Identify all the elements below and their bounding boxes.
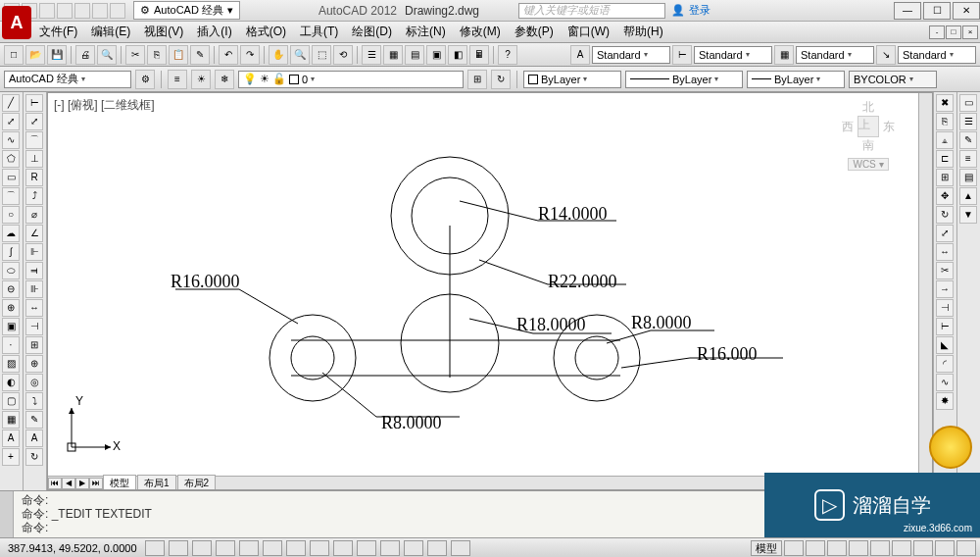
undo-icon[interactable] [92, 3, 108, 19]
region-tool[interactable]: ▢ [2, 392, 20, 410]
menu-file[interactable]: 文件(F) [33, 22, 83, 42]
erase-tool[interactable]: ✖ [936, 94, 954, 112]
tab-layout1[interactable]: 布局1 [137, 475, 176, 491]
undo-button[interactable]: ↶ [219, 45, 238, 65]
break-tool[interactable]: ⊣ [936, 299, 954, 317]
close-button[interactable]: ✕ [953, 2, 980, 20]
dyn-toggle[interactable] [333, 540, 353, 556]
zoom-window-button[interactable]: ⬚ [312, 45, 331, 65]
vertical-scrollbar[interactable] [918, 93, 932, 476]
viewport-label[interactable]: [-] [俯视] [二维线框] [54, 97, 155, 114]
redo-icon[interactable] [110, 3, 125, 19]
block-tool[interactable]: ▣ [2, 318, 20, 335]
scale-tool[interactable]: ⤢ [936, 225, 954, 242]
ellipse-tool[interactable]: ⬭ [2, 262, 20, 279]
polar-toggle[interactable] [216, 540, 235, 556]
dim-linear-tool[interactable]: ⊢ [25, 94, 43, 112]
copy-button[interactable]: ⎘ [147, 45, 167, 65]
rect-tool[interactable]: ▭ [2, 169, 20, 186]
isolate-objects[interactable] [935, 540, 955, 556]
quick-view-drawings[interactable] [806, 540, 825, 556]
qp-toggle[interactable] [404, 540, 423, 556]
workspace-combo[interactable]: AutoCAD 经典▾ [4, 71, 131, 88]
menu-edit[interactable]: 编辑(E) [85, 22, 136, 42]
text-style-button[interactable]: A [570, 45, 590, 65]
tolerance-tool[interactable]: ⊞ [25, 336, 43, 354]
dim-break-tool[interactable]: ⊣ [25, 318, 43, 335]
menu-draw[interactable]: 绘图(D) [346, 22, 398, 42]
dim-angular-tool[interactable]: ∠ [25, 225, 43, 242]
model-paper-toggle[interactable]: 模型 [751, 540, 782, 556]
lwt-toggle[interactable] [357, 540, 376, 556]
dim-arc-tool[interactable]: ⌒ [25, 131, 43, 149]
menu-param[interactable]: 参数(P) [509, 22, 560, 42]
toolpalettes-button[interactable]: ▤ [405, 45, 424, 65]
doc-minimize-button[interactable]: - [929, 25, 945, 39]
cut-button[interactable]: ✂ [125, 45, 145, 65]
dim-continue-tool[interactable]: ⊪ [25, 280, 43, 298]
bylayer-tool[interactable]: ▤ [959, 169, 977, 186]
view-cube[interactable]: 北 西 上 东 南 WCS ▾ [834, 99, 903, 177]
command-input[interactable] [52, 521, 346, 534]
dim-style-button[interactable]: ⊢ [672, 45, 692, 65]
clean-screen[interactable] [956, 540, 976, 556]
ortho-toggle[interactable] [192, 540, 212, 556]
mtext-tool[interactable]: A [2, 430, 20, 447]
dim-baseline-tool[interactable]: ⫤ [25, 262, 43, 279]
match-tool[interactable]: ✎ [959, 131, 977, 149]
layer-dropdown[interactable]: 💡 ☀ 🔓 0 ▾ [238, 71, 464, 88]
saveas-icon[interactable] [57, 3, 73, 19]
addsel-tool[interactable]: + [2, 448, 20, 466]
extend-tool[interactable]: → [936, 280, 954, 298]
viewcube-south[interactable]: 南 [862, 137, 874, 154]
ducs-toggle[interactable] [310, 540, 329, 556]
dim-diameter-tool[interactable]: ⌀ [25, 206, 43, 224]
save-icon[interactable] [39, 3, 55, 19]
chamfer-tool[interactable]: ◣ [936, 336, 954, 354]
am-toggle[interactable] [451, 540, 470, 556]
new-button[interactable]: □ [4, 45, 24, 65]
minimize-button[interactable]: — [894, 2, 921, 20]
drawing-canvas[interactable]: [-] [俯视] [二维线框] [47, 92, 933, 490]
open-button[interactable]: 📂 [25, 45, 45, 65]
menu-help[interactable]: 帮助(H) [617, 22, 669, 42]
copy-tool[interactable]: ⎘ [936, 113, 954, 130]
lineweight-dropdown[interactable]: ByLayer▾ [747, 71, 845, 88]
properties-tool[interactable]: ☰ [959, 113, 977, 130]
offset-tool[interactable]: ⊏ [936, 150, 954, 168]
rotate-tool[interactable]: ↻ [936, 206, 954, 224]
arc-tool[interactable]: ⌒ [2, 187, 20, 205]
linetype-dropdown[interactable]: ByLayer▾ [625, 71, 743, 88]
grid-toggle[interactable] [169, 540, 188, 556]
tab-first-button[interactable]: ⏮ [48, 478, 62, 489]
viewcube-top-face[interactable]: 上 [858, 116, 879, 137]
layer-prop-button[interactable]: ≡ [168, 70, 187, 89]
dim-space-tool[interactable]: ↔ [25, 299, 43, 317]
select-tool[interactable]: ▭ [959, 94, 977, 112]
dim-jog-tool[interactable]: ⤵ [25, 392, 43, 410]
dim-update-tool[interactable]: ↻ [25, 448, 43, 466]
mirror-tool[interactable]: ⟁ [936, 131, 954, 149]
tab-layout2[interactable]: 布局2 [177, 475, 217, 491]
preview-button[interactable]: 🔍 [97, 45, 117, 65]
back-tool[interactable]: ▼ [959, 206, 977, 224]
pline-tool[interactable]: ∿ [2, 131, 20, 149]
dim-tedit-tool[interactable]: A [25, 430, 43, 447]
text-style-dropdown[interactable]: Standard▾ [592, 46, 670, 64]
gradient-tool[interactable]: ◐ [2, 374, 20, 391]
viewcube-west[interactable]: 西 [842, 119, 854, 135]
viewcube-east[interactable]: 东 [883, 119, 895, 135]
redo-button[interactable]: ↷ [240, 45, 260, 65]
workspace-dropdown[interactable]: ⚙ AutoCAD 经典 ▾ [133, 1, 240, 20]
trim-tool[interactable]: ✂ [936, 262, 954, 279]
designcenter-button[interactable]: ▦ [383, 45, 403, 65]
polygon-tool[interactable]: ⬠ [2, 150, 20, 168]
mleader-style-button[interactable]: ↘ [876, 45, 896, 65]
login-link[interactable]: 登录 [689, 3, 710, 18]
layer-match-button[interactable]: ⊞ [467, 70, 487, 89]
quick-view-layouts[interactable] [784, 540, 804, 556]
zoom-button[interactable]: 🔍 [290, 45, 310, 65]
hatch-tool[interactable]: ▨ [2, 355, 20, 373]
properties-button[interactable]: ☰ [362, 45, 381, 65]
blend-tool[interactable]: ∿ [936, 374, 954, 391]
